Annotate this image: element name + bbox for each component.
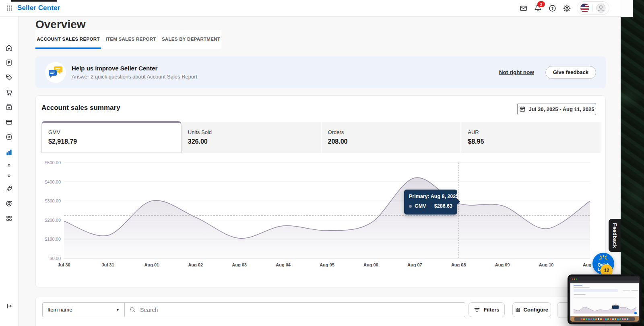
apps-icon	[5, 215, 13, 222]
pip-dock	[574, 317, 635, 321]
search-zone	[125, 303, 465, 317]
not-right-now-link[interactable]: Not right now	[499, 69, 534, 75]
metric-card-aur[interactable]: AUR$8.95	[461, 122, 601, 153]
sidebar-item-goals[interactable]	[5, 199, 13, 208]
pip-dock-app-icon	[622, 318, 623, 320]
grid-configure-icon	[515, 307, 520, 313]
pip-dock-app-icon	[615, 318, 616, 320]
settings-gear-icon[interactable]	[562, 4, 571, 12]
search-input[interactable]	[139, 306, 460, 314]
metric-card-gmv[interactable]: GMV$2,918.79	[41, 121, 182, 153]
metric-card-orders[interactable]: Orders208.00	[322, 122, 462, 153]
sidebar-item-analytics-sub-2[interactable]	[5, 171, 13, 180]
sidebar-item-home[interactable]	[5, 43, 13, 52]
sidebar-item-analytics[interactable]	[5, 148, 13, 157]
pip-line	[574, 294, 586, 295]
mail-icon[interactable]	[519, 4, 528, 12]
pip-dock-app-icon	[600, 318, 602, 320]
app-header: Seller Center 2 ?	[0, 0, 621, 17]
banner-subtitle: Answer 2 quick questions about Account S…	[72, 74, 197, 80]
item-filter-card: Item name ▼ Filters Configure	[35, 297, 606, 326]
background-window-edge	[621, 0, 633, 17]
pill-divider	[592, 4, 593, 12]
pip-line	[574, 287, 590, 288]
metric-card-units-sold[interactable]: Units Sold326.00	[182, 122, 322, 153]
dot-icon	[7, 163, 11, 167]
tooltip-value: $286.63	[434, 203, 452, 209]
tab-item-sales-report[interactable]: ITEM SALES REPORT	[101, 30, 161, 49]
page-title: Overview	[35, 18, 86, 31]
summary-title: Account sales summary	[41, 104, 120, 112]
x-axis-tick: Aug 05	[320, 262, 334, 267]
sidebar-item-more-apps[interactable]	[5, 214, 13, 223]
sidebar-item-payments[interactable]	[5, 118, 13, 126]
tooltip-row: GMV $286.63	[409, 203, 452, 209]
list-icon	[5, 59, 13, 66]
chart-svg: $0.00$100.00$200.00$300.00$400.00$500.00…	[41, 157, 604, 274]
y-axis-tick: $300.00	[45, 198, 61, 203]
configure-button[interactable]: Configure	[512, 302, 551, 317]
pip-dock-app-icon	[617, 318, 619, 320]
sidebar-item-cart[interactable]	[5, 88, 13, 97]
x-axis-tick: Aug 04	[276, 262, 291, 267]
chart-tooltip: Primary: Aug 8, 2025 GMV $286.63	[404, 190, 457, 215]
y-axis-tick: $500.00	[45, 160, 61, 165]
search-icon	[130, 307, 136, 313]
sidebar-item-orders[interactable]	[5, 58, 13, 67]
pip-dock-app-icon	[581, 318, 582, 320]
account-menu[interactable]	[577, 1, 609, 15]
y-axis-tick: $100.00	[45, 237, 61, 241]
sidebar	[0, 16, 19, 326]
pip-area	[574, 305, 636, 314]
sidebar-item-analytics-sub-1[interactable]	[5, 161, 13, 169]
filters-button[interactable]: Filters	[469, 302, 505, 317]
area-fill	[64, 177, 590, 258]
avatar-icon[interactable]	[596, 3, 606, 13]
pip-line	[632, 290, 638, 291]
flag-canton	[580, 4, 585, 7]
sidebar-item-promotions[interactable]	[5, 73, 13, 82]
pip-dock-app-icon	[605, 318, 607, 320]
search-field-dropdown[interactable]: Item name ▼	[43, 303, 125, 317]
banner-text: Help us improve Seller Center Answer 2 q…	[72, 65, 197, 80]
bar-chart-icon	[5, 149, 13, 156]
notifications-bell-icon[interactable]: 2	[533, 4, 542, 12]
pip-dock-app-icon	[598, 318, 599, 320]
pip-page	[570, 283, 639, 316]
tab-sales-by-department[interactable]: SALES BY DEPARTMENT	[161, 30, 221, 49]
pip-screen-thumbnail[interactable]	[568, 274, 642, 324]
pip-dock-app-icon	[595, 318, 597, 320]
pip-dock-app-icon	[603, 318, 604, 320]
x-axis-tick: Aug 07	[407, 262, 422, 267]
tab-account-sales-report[interactable]: ACCOUNT SALES REPORT	[35, 30, 101, 49]
walmart-spark-icon	[599, 255, 608, 260]
sidebar-item-growth[interactable]	[5, 184, 13, 193]
gmv-area-chart[interactable]: Primary: Aug 8, 2025 GMV $286.63 $0.00$1…	[41, 157, 604, 274]
card-icon	[5, 118, 13, 126]
notification-badge: 2	[537, 1, 545, 7]
give-feedback-button[interactable]: Give feedback	[545, 66, 596, 79]
metric-value: 326.00	[188, 138, 314, 145]
metric-label: GMV	[48, 129, 175, 135]
filter-lines-icon	[474, 307, 480, 313]
sidebar-item-performance[interactable]	[5, 133, 13, 141]
date-range-picker[interactable]: Jul 30, 2025 - Aug 11, 2025	[517, 103, 596, 115]
pip-dock-app-icon	[619, 318, 621, 320]
pip-line	[574, 297, 636, 297]
pip-line	[574, 285, 582, 286]
pip-dock-app-icon	[588, 318, 590, 320]
chat-bubbles-icon	[45, 62, 66, 83]
help-icon[interactable]: ?	[548, 4, 557, 12]
pip-browser-titlebar	[570, 277, 639, 281]
feedback-side-tab[interactable]: Feedback	[609, 219, 621, 252]
sidebar-item-inventory[interactable]	[5, 103, 13, 111]
metric-label: AUR	[468, 129, 594, 135]
configure-label: Configure	[524, 307, 548, 313]
pip-banner	[574, 289, 618, 292]
sidebar-collapse-button[interactable]	[5, 302, 13, 310]
chevron-down-icon: ▼	[116, 308, 120, 312]
app-grid-icon[interactable]	[5, 4, 14, 12]
locale-flag-icon[interactable]	[580, 4, 589, 12]
y-axis-tick: $400.00	[45, 180, 61, 184]
collapse-icon	[5, 302, 13, 310]
